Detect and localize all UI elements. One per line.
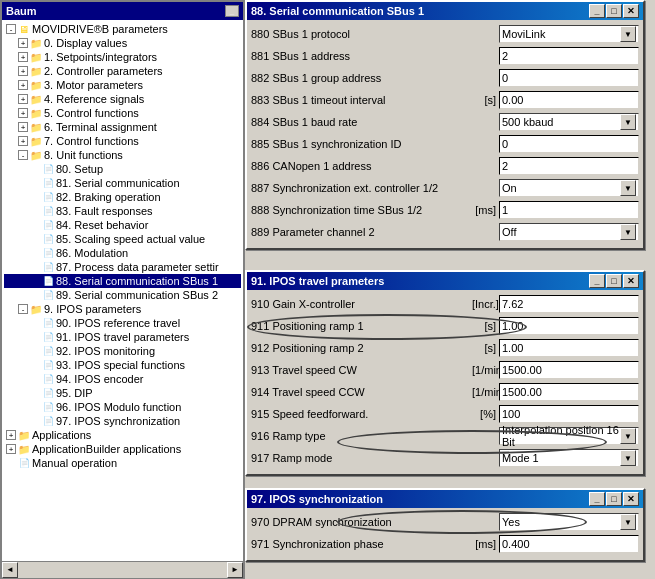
expand-icon-motor[interactable]: + [18, 80, 28, 90]
doc-icon-fault: 📄 [42, 205, 54, 217]
label-917: 917 Ramp mode [251, 452, 499, 464]
tree-item-fault[interactable]: 📄83. Fault responses [4, 204, 241, 218]
tree-item-ipos_sync[interactable]: 📄97. IPOS synchronization [4, 414, 241, 428]
tree-item-braking[interactable]: 📄82. Braking operation [4, 190, 241, 204]
tree-item-sbus2[interactable]: 📄89. Serial communication SBus 2 [4, 288, 241, 302]
select-884[interactable]: 500 kbaud▼ [499, 113, 639, 131]
tree-item-dip[interactable]: 📄95. DIP [4, 386, 241, 400]
expand-icon-display[interactable]: + [18, 38, 28, 48]
folder-icon-setpoints: 📁 [30, 51, 42, 63]
tree-item-setup[interactable]: 📄80. Setup [4, 162, 241, 176]
tree-item-motor[interactable]: +📁3. Motor parameters [4, 78, 241, 92]
label-910: 910 Gain X-controller [251, 298, 472, 310]
label-912: 912 Positioning ramp 2 [251, 342, 472, 354]
input-910[interactable] [499, 295, 639, 313]
doc-icon-ipos_special: 📄 [42, 359, 54, 371]
win97-maximize[interactable]: □ [606, 492, 622, 506]
tree-item-serial[interactable]: 📄81. Serial communication [4, 176, 241, 190]
expand-icon-controller[interactable]: + [18, 66, 28, 76]
input-912[interactable] [499, 339, 639, 357]
select-880[interactable]: MoviLink▼ [499, 25, 639, 43]
win97-minimize[interactable]: _ [589, 492, 605, 506]
row-880: 880 SBus 1 protocolMoviLink▼ [251, 24, 639, 44]
tree-item-ipos_special[interactable]: 📄93. IPOS special functions [4, 358, 241, 372]
input-914[interactable] [499, 383, 639, 401]
select-arrow-887[interactable]: ▼ [620, 180, 636, 196]
tree-item-manual[interactable]: 📄Manual operation [4, 456, 241, 470]
expand-icon-appbuilder[interactable]: + [6, 444, 16, 454]
tree-item-ipos_mon[interactable]: 📄92. IPOS monitoring [4, 344, 241, 358]
expand-icon-movidrive[interactable]: - [6, 24, 16, 34]
select-arrow-884[interactable]: ▼ [620, 114, 636, 130]
tree-item-ipos_mod[interactable]: 📄96. IPOS Modulo function [4, 400, 241, 414]
input-911[interactable] [499, 317, 639, 335]
tree-item-process[interactable]: 📄87. Process data parameter settir [4, 260, 241, 274]
input-885[interactable] [499, 135, 639, 153]
tree-item-scaling[interactable]: 📄85. Scaling speed actual value [4, 232, 241, 246]
row-917: 917 Ramp modeMode 1▼ [251, 448, 639, 468]
select-arrow-889[interactable]: ▼ [620, 224, 636, 240]
expand-icon-terminal[interactable]: + [18, 122, 28, 132]
expand-icon-setpoints[interactable]: + [18, 52, 28, 62]
expand-icon-applications[interactable]: + [6, 430, 16, 440]
tree-label-movidrive: MOVIDRIVE®B parameters [32, 23, 168, 35]
input-888[interactable] [499, 201, 639, 219]
win88-controls: _ □ ✕ [589, 4, 639, 18]
tree-minimize-btn[interactable]: _ [225, 5, 239, 17]
tree-item-ipos_travel[interactable]: 📄91. IPOS travel parameters [4, 330, 241, 344]
select-value-887: On [502, 182, 517, 194]
tree-item-control5[interactable]: +📁5. Control functions [4, 106, 241, 120]
select-arrow-916[interactable]: ▼ [620, 428, 636, 444]
win88-maximize[interactable]: □ [606, 4, 622, 18]
input-883[interactable] [499, 91, 639, 109]
select-916[interactable]: Interpolation position 16 Bit▼ [499, 427, 639, 445]
scroll-left-btn[interactable]: ◄ [2, 562, 18, 578]
expand-icon-reference[interactable]: + [18, 94, 28, 104]
select-arrow-917[interactable]: ▼ [620, 450, 636, 466]
expand-icon-control5[interactable]: + [18, 108, 28, 118]
tree-item-movidrive[interactable]: -🖥MOVIDRIVE®B parameters [4, 22, 241, 36]
tree-label-applications: Applications [32, 429, 91, 441]
select-889[interactable]: Off▼ [499, 223, 639, 241]
input-882[interactable] [499, 69, 639, 87]
tree-item-reference[interactable]: +📁4. Reference signals [4, 92, 241, 106]
tree-item-unit[interactable]: -📁8. Unit functions [4, 148, 241, 162]
input-971[interactable] [499, 535, 639, 553]
scroll-track[interactable] [18, 562, 227, 578]
select-970[interactable]: Yes▼ [499, 513, 639, 531]
tree-label-sbus1: 88. Serial communication SBus 1 [56, 275, 218, 287]
tree-item-terminal[interactable]: +📁6. Terminal assignment [4, 120, 241, 134]
win88-minimize[interactable]: _ [589, 4, 605, 18]
input-913[interactable] [499, 361, 639, 379]
expand-icon-control7[interactable]: + [18, 136, 28, 146]
select-arrow-970[interactable]: ▼ [620, 514, 636, 530]
tree-item-controller[interactable]: +📁2. Controller parameters [4, 64, 241, 78]
tree-label-process: 87. Process data parameter settir [56, 261, 219, 273]
select-arrow-880[interactable]: ▼ [620, 26, 636, 42]
tree-item-ipos[interactable]: -📁9. IPOS parameters [4, 302, 241, 316]
expand-icon-unit[interactable]: - [18, 150, 28, 160]
tree-item-ipos_ref[interactable]: 📄90. IPOS reference travel [4, 316, 241, 330]
tree-item-modulation[interactable]: 📄86. Modulation [4, 246, 241, 260]
scroll-right-btn[interactable]: ► [227, 562, 243, 578]
win91-minimize[interactable]: _ [589, 274, 605, 288]
win88-close[interactable]: ✕ [623, 4, 639, 18]
tree-item-ipos_enc[interactable]: 📄94. IPOS encoder [4, 372, 241, 386]
input-886[interactable] [499, 157, 639, 175]
tree-item-setpoints[interactable]: +📁1. Setpoints/integrators [4, 50, 241, 64]
tree-item-sbus1[interactable]: 📄88. Serial communication SBus 1 [4, 274, 241, 288]
tree-item-applications[interactable]: +📁Applications [4, 428, 241, 442]
select-917[interactable]: Mode 1▼ [499, 449, 639, 467]
win97-close[interactable]: ✕ [623, 492, 639, 506]
select-887[interactable]: On▼ [499, 179, 639, 197]
input-881[interactable] [499, 47, 639, 65]
tree-item-control7[interactable]: +📁7. Control functions [4, 134, 241, 148]
doc-icon-process: 📄 [42, 261, 54, 273]
tree-item-appbuilder[interactable]: +📁ApplicationBuilder applications [4, 442, 241, 456]
win91-close[interactable]: ✕ [623, 274, 639, 288]
tree-item-display[interactable]: +📁0. Display values [4, 36, 241, 50]
tree-item-reset[interactable]: 📄84. Reset behavior [4, 218, 241, 232]
input-915[interactable] [499, 405, 639, 423]
expand-icon-ipos[interactable]: - [18, 304, 28, 314]
win91-maximize[interactable]: □ [606, 274, 622, 288]
